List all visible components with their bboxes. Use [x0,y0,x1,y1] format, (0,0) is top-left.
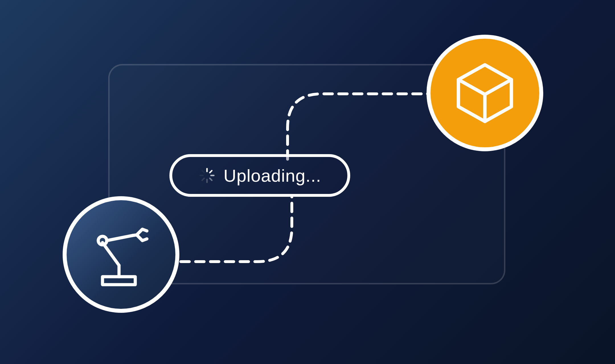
svg-line-12 [107,235,133,241]
package-box-icon [452,60,518,127]
status-pill: Uploading... [169,154,350,197]
source-node [63,196,179,313]
robot-arm-icon [85,218,157,291]
status-text: Uploading... [224,166,321,186]
spinner-icon [198,167,216,184]
svg-line-3 [210,178,212,180]
destination-node [427,35,543,151]
svg-line-1 [210,171,212,173]
svg-line-5 [202,178,204,180]
svg-line-10 [102,243,119,265]
svg-line-7 [202,171,204,173]
